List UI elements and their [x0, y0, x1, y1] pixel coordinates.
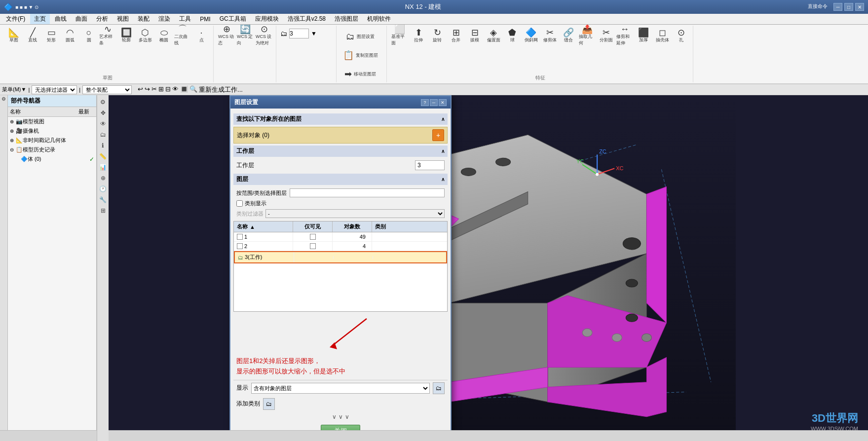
sidebar-icon-extra[interactable]: ⊞	[98, 206, 108, 216]
category-filter-select[interactable]: -	[265, 209, 445, 218]
sidebar-icon-settings[interactable]: ⚙	[98, 97, 108, 107]
sidebar-icon-measure[interactable]: 📏	[98, 151, 108, 161]
btn-sketch[interactable]: 📐草图	[5, 27, 23, 44]
sidebar-icon-info[interactable]: ℹ	[98, 141, 108, 150]
menu-gctoolbox[interactable]: GC工具箱	[216, 14, 250, 24]
btn-draftnet[interactable]: 🔷倒斜网	[522, 27, 540, 44]
menu-jiming[interactable]: 机明软件	[363, 14, 395, 24]
range-filter-input[interactable]	[290, 188, 445, 197]
nav-expand-camera[interactable]: ⊕	[10, 128, 16, 134]
maximize-button[interactable]: □	[844, 3, 853, 11]
icon-redo[interactable]: ↪	[145, 85, 150, 94]
icon-3d-view[interactable]: 🔳	[180, 85, 188, 94]
menu-render[interactable]: 渲染	[154, 14, 174, 24]
btn-rect[interactable]: ▭矩形	[42, 27, 60, 44]
btn-offset[interactable]: ◈偏置面	[485, 27, 502, 44]
work-layer-input[interactable]	[415, 160, 445, 170]
btn-extend-trim[interactable]: ↔修剪和延伸	[616, 27, 634, 44]
btn-subtract[interactable]: ⊟拔模	[466, 27, 484, 44]
btn-wcs-orient[interactable]: 🔄WCS 定向	[236, 27, 254, 44]
btn-split-body[interactable]: ✂分割面	[597, 27, 615, 44]
icon-deselect[interactable]: ⊟	[165, 85, 171, 94]
icon-undo[interactable]: ↩	[138, 85, 143, 94]
icon-view-options[interactable]: 👁	[172, 85, 179, 94]
btn-line[interactable]: ╱直线	[24, 27, 41, 44]
btn-hole[interactable]: ⊙孔	[672, 27, 690, 44]
layers-section-header[interactable]: 图层 ∧	[233, 174, 448, 185]
layer-row-2[interactable]: 2 4	[234, 242, 447, 251]
layer-row-2-visible[interactable]	[293, 242, 333, 251]
menu-assembly[interactable]: 装配	[134, 14, 153, 24]
nav-item-unstamped[interactable]: ⊕ 📐 非时间戳记几何体	[8, 136, 96, 145]
sidebar-icon-eye[interactable]: 👁	[98, 119, 108, 129]
layer-row-1-visible[interactable]	[293, 232, 333, 241]
btn-arc[interactable]: ◠圆弧	[61, 27, 79, 44]
nav-expand-unstamped[interactable]: ⊕	[10, 138, 16, 143]
lt-header-name[interactable]: 名称 ▲	[234, 221, 293, 232]
menu-appmodule[interactable]: 应用模块	[251, 14, 283, 24]
layer-row-1-visible-check[interactable]	[310, 234, 316, 240]
menu-home[interactable]: 主页	[30, 14, 50, 24]
chev-2[interactable]: ∨	[339, 413, 343, 420]
add-category-btn[interactable]: 🗂	[263, 398, 275, 410]
btn-spline[interactable]: ∿艺术样条	[99, 27, 116, 44]
sidebar-icon-wcs[interactable]: ⊕	[98, 173, 108, 183]
menu-btn-label[interactable]: 菜单(M)▼	[2, 86, 26, 93]
layer-dialog-min-btn[interactable]: ─	[430, 99, 438, 106]
sidebar-icon-move[interactable]: ✥	[98, 108, 108, 118]
worklayer-section-header[interactable]: 工作层 ∧	[233, 146, 448, 157]
sidebar-icon-clock[interactable]: 🕐	[98, 184, 108, 194]
btn-copy-to-layer[interactable]: 📋复制至图层	[340, 46, 380, 64]
select-obj-btn[interactable]: +	[432, 129, 444, 141]
btn-conic[interactable]: ⌒二次曲线	[174, 27, 191, 44]
btn-extract[interactable]: 📤抽取几何	[578, 27, 596, 44]
layer-row-2-visible-check[interactable]	[310, 243, 316, 249]
layer-row-1[interactable]: 1 49	[234, 232, 447, 242]
menu-surfaces[interactable]: 曲面	[72, 14, 91, 24]
btn-wcs-absolute[interactable]: ⊙WCS 设为绝对	[255, 27, 273, 44]
nav-item-history[interactable]: ⊖ 📋 模型历史记录	[8, 145, 96, 154]
btn-thicken[interactable]: ⬛加厚	[635, 27, 652, 44]
sidebar-left-icon1[interactable]: ⚙	[1, 96, 6, 102]
close-button[interactable]: ✕	[855, 3, 864, 11]
btn-layer-settings[interactable]: 🗂图层设置	[340, 28, 380, 45]
filter-select[interactable]: 无选择过滤器	[32, 85, 77, 94]
btn-ellipse[interactable]: ⬭椭圆	[155, 27, 173, 44]
btn-point[interactable]: ·点	[192, 27, 210, 44]
category-display-checkbox[interactable]	[236, 200, 243, 207]
menu-haoqiang[interactable]: 浩强工具v2.58	[284, 14, 330, 24]
assembly-select[interactable]: 整个装配	[82, 85, 132, 94]
layer-row-3[interactable]: 🗂 3(工作)	[234, 251, 447, 263]
sidebar-icon-tool[interactable]: 🔧	[98, 195, 108, 205]
nav-item-camera[interactable]: ⊕ 🎥 摄像机	[8, 126, 96, 136]
layer-dialog-titlebar[interactable]: 图层设置 ? ─ ✕	[230, 96, 451, 109]
btn-revolve[interactable]: ↻旋转	[428, 27, 446, 44]
btn-profile[interactable]: 🔲轮廓	[117, 27, 135, 44]
btn-wcs-dynamic[interactable]: ⊕WCS 动态	[218, 27, 235, 44]
menu-pmi[interactable]: PMI	[196, 15, 214, 24]
menu-analysis[interactable]: 分析	[92, 14, 112, 24]
btn-base-plane[interactable]: ⬜基准平面	[391, 27, 409, 44]
nav-expand-modelview[interactable]: ⊕	[10, 119, 16, 124]
btn-shell[interactable]: ◻抽壳体	[653, 27, 671, 44]
icon-cut[interactable]: ✂	[151, 85, 157, 94]
btn-move-to-layer[interactable]: ➡移动至图层	[340, 65, 380, 83]
btn-extrude[interactable]: ⬆拉伸	[410, 27, 427, 44]
chev-3[interactable]: ∨	[345, 413, 349, 420]
btn-polygon[interactable]: ⬡多边形	[136, 27, 154, 44]
menu-haoqianglayer[interactable]: 浩强图层	[331, 14, 362, 24]
sidebar-icon-analysis[interactable]: 📊	[98, 162, 108, 172]
btn-sphere[interactable]: ⬟球	[503, 27, 521, 44]
sidebar-icon-layer[interactable]: 🗂	[98, 130, 108, 140]
btn-circle[interactable]: ○圆	[80, 27, 98, 44]
display-select[interactable]: 含有对象的图层 所有图层 可见图层	[251, 383, 430, 394]
menu-tools[interactable]: 工具	[175, 14, 195, 24]
worklayer-dropdown[interactable]: ▼	[311, 30, 317, 37]
nav-expand-history[interactable]: ⊖	[10, 147, 16, 152]
layer-dialog-close-btn[interactable]: ✕	[439, 99, 447, 106]
display-icon-btn[interactable]: 🗂	[433, 382, 445, 394]
nav-item-modelview[interactable]: ⊕ 📷 模型视图	[8, 117, 96, 126]
chev-1[interactable]: ∨	[332, 413, 337, 420]
btn-merge[interactable]: ⊞合并	[447, 27, 465, 44]
minimize-button[interactable]: ─	[833, 3, 842, 11]
